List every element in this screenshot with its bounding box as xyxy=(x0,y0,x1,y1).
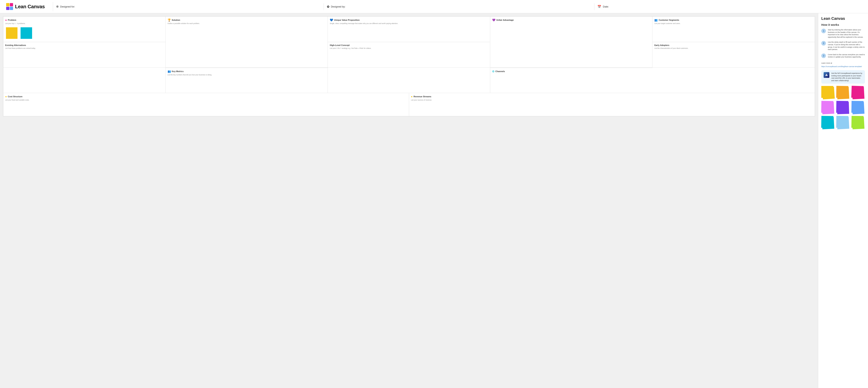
uvp-spacer xyxy=(328,68,490,93)
step-1-text: Start by entering the information about … xyxy=(828,29,865,38)
sticky-note-purple-light-front xyxy=(821,101,833,113)
revenue-streams-title: ● Revenue Streams xyxy=(411,95,813,98)
sticky-purple-light-stack[interactable] xyxy=(821,101,835,114)
key-metrics-subtitle: List the key numbers that tell you how y… xyxy=(167,74,326,76)
sticky-yellow-1[interactable] xyxy=(6,27,18,39)
cost-structure-title: ● Cost Structure xyxy=(5,95,407,98)
page-title: Lean Canvas xyxy=(15,4,45,10)
lean-canvas: ● Problem List your top 1 - 3 problems. … xyxy=(3,16,815,116)
uvp-cell: 💙 Unique Value Proposition Single, clear… xyxy=(328,17,490,67)
problem-cell: ● Problem List your top 1 - 3 problems. … xyxy=(3,17,166,67)
sticky-orange-stack[interactable] xyxy=(836,86,850,99)
header-date: 📅 Date: xyxy=(594,3,865,10)
sticky-note-orange-front xyxy=(836,86,848,98)
sticky-cyan-stack[interactable] xyxy=(821,116,835,129)
sticky-note-blue-front xyxy=(851,101,863,113)
sticky-note-purple-front xyxy=(836,101,848,113)
sticky-yellow-stack[interactable] xyxy=(821,86,835,99)
problem-spacer xyxy=(3,68,166,93)
solution-content: 🏆 Solution Outline a possible solution f… xyxy=(166,17,328,41)
problem-stickies xyxy=(5,27,163,40)
key-metrics-cell: 👥 Key Metrics List the key numbers that … xyxy=(166,68,328,93)
sticky-pink-stack[interactable] xyxy=(851,86,865,99)
channels-cell: ⊙ Channels xyxy=(490,68,653,93)
early-adopters-label: Early Adopters xyxy=(654,44,813,46)
sticky-note-lightblue-front xyxy=(836,116,848,128)
problem-title: ● Problem xyxy=(5,19,163,22)
channels-title: ⊙ Channels xyxy=(492,70,651,73)
solution-cell: 🏆 Solution Outline a possible solution f… xyxy=(166,17,328,67)
customer-bottom: Early Adopters List the characteristics … xyxy=(652,42,815,67)
designed-for-label: Designed for: xyxy=(60,5,75,8)
step-3: 3 Come back to the canvas everytime you … xyxy=(821,54,865,58)
customer-top: 👥 Customer Segments List your target cus… xyxy=(652,17,815,42)
learn-more-prefix: Learn more at xyxy=(821,62,832,64)
canvas-area[interactable]: ● Problem List your top 1 - 3 problems. … xyxy=(0,13,818,388)
problem-subtitle: List your top 1 - 3 problems. xyxy=(5,23,163,25)
header-designed-for: ❊ Designed for: xyxy=(53,3,324,10)
step-2-circle: 2 xyxy=(821,41,826,46)
collab-box: Get the full Conceptboard experience by … xyxy=(821,70,865,84)
cost-structure-subtitle: List your fixed and variable costs. xyxy=(5,99,407,101)
solution-subtitle: Outline a possible solution for each pro… xyxy=(167,23,326,25)
date-icon: 📅 xyxy=(597,5,601,8)
high-level-concept-sub: List your X for Y analogy e.g. YouTube =… xyxy=(330,47,488,50)
main-wrapper: ● Problem List your top 1 - 3 problems. … xyxy=(0,13,868,388)
uvp-subtitle: Single, clear, compelling message that s… xyxy=(330,23,488,25)
step-1-circle: 1 xyxy=(821,29,826,33)
unfair-advantage-content: 💜 Unfair Advantage xyxy=(490,17,652,41)
canvas-row-middle: 👥 Key Metrics List the key numbers that … xyxy=(3,68,815,93)
unfair-advantage-title: 💜 Unfair Advantage xyxy=(492,19,650,22)
problem-bottom: Existing Alternatives List how these pro… xyxy=(3,42,165,67)
sticky-green-stack[interactable] xyxy=(851,116,865,129)
sticky-note-cyan-front xyxy=(821,116,833,128)
sticky-note-green-front xyxy=(851,116,863,128)
uvp-title: 💙 Unique Value Proposition xyxy=(330,19,488,22)
collab-icon xyxy=(824,72,829,78)
header-designed-by: ✿ Designed by: xyxy=(324,3,594,10)
header: Lean Canvas ❊ Designed for: ✿ Designed b… xyxy=(0,0,868,13)
logo-cell-2 xyxy=(10,3,13,6)
revenue-streams-cell: ● Revenue Streams List your sources of r… xyxy=(409,93,815,116)
learn-more: Learn more at https://conceptboard.com/b… xyxy=(821,61,865,68)
designed-by-icon: ✿ xyxy=(327,5,329,8)
key-metrics-content: 👥 Key Metrics List the key numbers that … xyxy=(166,68,328,93)
customer-segments-title: 👥 Customer Segments xyxy=(654,19,813,22)
cost-structure-cell: ● Cost Structure List your fixed and var… xyxy=(3,93,409,116)
solution-title: 🏆 Solution xyxy=(167,19,326,22)
logo-cell-3 xyxy=(6,7,9,10)
uvp-top: 💙 Unique Value Proposition Single, clear… xyxy=(328,17,490,42)
customer-segments-cell: 👥 Customer Segments List your target cus… xyxy=(652,17,815,67)
sticky-purple-stack[interactable] xyxy=(836,101,850,114)
step-3-circle: 3 xyxy=(821,54,826,58)
sticky-lightblue-stack[interactable] xyxy=(836,116,850,129)
step-2: 2 Use the sticky stash to fill each sect… xyxy=(821,41,865,51)
designed-by-label: Designed by: xyxy=(331,5,345,8)
revenue-streams-subtitle: List your sources of revenue. xyxy=(411,99,813,101)
channels-content: ⊙ Channels xyxy=(490,68,653,93)
sticky-stash xyxy=(821,86,865,129)
existing-alternatives-label: Existing Alternatives xyxy=(5,44,163,46)
sidebar-title: Lean Canvas xyxy=(821,16,865,21)
sticky-note-yellow-front xyxy=(821,86,833,98)
designed-for-icon: ❊ xyxy=(56,5,59,8)
how-it-works-title: How it works xyxy=(821,23,865,26)
sticky-blue-stack[interactable] xyxy=(851,101,865,114)
logo-icon xyxy=(6,3,13,10)
uvp-bottom: High-Level Concept List your X for Y ana… xyxy=(328,42,490,67)
learn-more-link[interactable]: https://conceptboard.com/blog/lean-canva… xyxy=(821,65,862,67)
date-label: Date: xyxy=(603,5,609,8)
svg-marker-0 xyxy=(825,73,828,76)
early-adopters-sub: List the characteristics of your ideal c… xyxy=(654,47,813,50)
canvas-row-bottom: ● Cost Structure List your fixed and var… xyxy=(3,93,815,116)
customer-spacer xyxy=(652,68,815,93)
sticky-cyan-1[interactable] xyxy=(21,27,32,39)
step-1: 1 Start by entering the information abou… xyxy=(821,29,865,38)
logo-cell-1 xyxy=(6,3,9,6)
sidebar: Lean Canvas How it works 1 Start by ente… xyxy=(818,13,868,388)
sticky-note-pink-front xyxy=(851,86,864,98)
existing-alternatives-sub: List how these problems are solved today… xyxy=(5,47,163,50)
high-level-concept-label: High-Level Concept xyxy=(330,44,488,46)
unfair-advantage-cell: 💜 Unfair Advantage xyxy=(490,17,653,67)
step-3-text: Come back to the canvas everytime you ne… xyxy=(828,54,865,58)
